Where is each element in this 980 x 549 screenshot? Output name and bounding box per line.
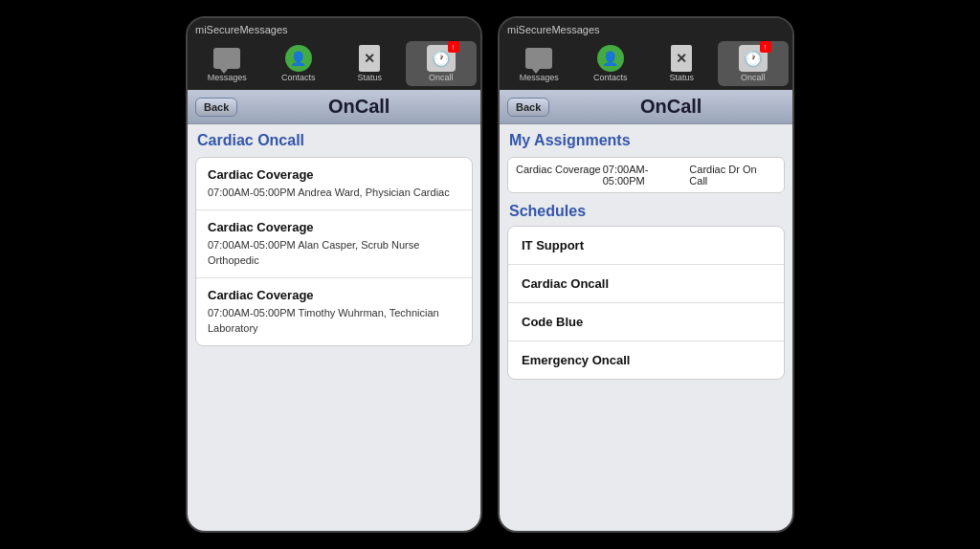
app-bar-1: miSecureMessages Messages 👤 Contacts Sta… (188, 18, 480, 90)
assignments-title: My Assignments (507, 132, 785, 149)
schedule-item-2[interactable]: Code Blue (508, 303, 784, 341)
schedules-title: Schedules (507, 203, 785, 220)
content-area-2: My Assignments Cardiac Coverage 07:00AM-… (500, 124, 792, 531)
oncall-icon-shape-1: 🕐 ! (427, 45, 456, 72)
status-icon-shape-2 (671, 45, 692, 72)
contacts-icon-1: 👤 (283, 45, 314, 72)
oncall-icon-2: 🕐 ! (738, 45, 768, 72)
back-button-2[interactable]: Back (507, 98, 549, 117)
messages-icon-1 (212, 45, 242, 72)
oncall-icon-1: 🕐 ! (426, 45, 457, 72)
app-bar-title-2: miSecureMessages (500, 22, 792, 39)
header-title-2: OnCall (557, 96, 785, 118)
card-item-detail-1: 07:00AM-05:00PM Alan Casper, Scrub Nurse… (208, 238, 460, 268)
card-item-title-0: Cardiac Coverage (208, 167, 460, 182)
status-label-2: Status (669, 73, 694, 82)
status-icon-1 (354, 45, 385, 72)
schedule-item-1[interactable]: Cardiac Oncall (508, 265, 784, 303)
messages-icon-shape-2 (525, 48, 552, 69)
oncall-label-2: Oncall (741, 73, 766, 82)
tab-oncall-2[interactable]: 🕐 ! Oncall (718, 41, 790, 86)
status-label-1: Status (357, 73, 382, 82)
contacts-label-1: Contacts (281, 73, 316, 82)
schedule-item-3[interactable]: Emergency Oncall (508, 341, 784, 379)
oncall-badge-1: ! (448, 41, 459, 53)
oncall-icon-shape-2: 🕐 ! (739, 45, 768, 72)
contacts-icon-2: 👤 (595, 45, 626, 72)
oncall-badge-2: ! (760, 41, 771, 53)
card-list-1: Cardiac Coverage 07:00AM-05:00PM Andrea … (195, 157, 473, 346)
tab-messages-1[interactable]: Messages (191, 41, 263, 86)
messages-label-2: Messages (520, 73, 559, 82)
assignment-col2-0: 07:00AM-05:00PM (603, 164, 690, 187)
phone-2: miSecureMessages Messages 👤 Contacts Sta… (498, 16, 794, 533)
contacts-label-2: Contacts (593, 73, 628, 82)
tab-oncall-1[interactable]: 🕐 ! Oncall (406, 41, 478, 86)
app-bar-2: miSecureMessages Messages 👤 Contacts Sta… (500, 18, 792, 90)
card-item-title-1: Cardiac Coverage (208, 220, 460, 234)
messages-icon-shape-1 (213, 48, 240, 69)
card-item-title-2: Cardiac Coverage (208, 288, 460, 302)
card-item-0[interactable]: Cardiac Coverage 07:00AM-05:00PM Andrea … (196, 158, 472, 210)
schedule-item-0[interactable]: IT Support (508, 227, 784, 265)
status-icon-2 (666, 45, 697, 72)
header-title-1: OnCall (245, 96, 473, 118)
nav-tabs-1: Messages 👤 Contacts Status 🕐 ! (188, 39, 480, 88)
content-area-1: Cardiac Oncall Cardiac Coverage 07:00AM-… (188, 124, 480, 531)
assignment-row-0: Cardiac Coverage 07:00AM-05:00PM Cardiac… (508, 158, 784, 192)
tab-messages-2[interactable]: Messages (503, 41, 575, 86)
tab-contacts-1[interactable]: 👤 Contacts (263, 41, 335, 86)
card-item-detail-0: 07:00AM-05:00PM Andrea Ward, Physician C… (208, 186, 460, 200)
tab-contacts-2[interactable]: 👤 Contacts (575, 41, 647, 86)
app-bar-title-1: miSecureMessages (188, 22, 480, 39)
assignment-col1-0: Cardiac Coverage (516, 164, 603, 187)
header-bar-2: Back OnCall (500, 90, 792, 124)
card-item-2[interactable]: Cardiac Coverage 07:00AM-05:00PM Timothy… (196, 278, 472, 345)
assignments-table: Cardiac Coverage 07:00AM-05:00PM Cardiac… (507, 157, 785, 193)
status-icon-shape-1 (359, 45, 380, 72)
back-button-1[interactable]: Back (195, 98, 237, 117)
contacts-icon-shape-1: 👤 (285, 45, 312, 72)
nav-tabs-2: Messages 👤 Contacts Status 🕐 ! (500, 39, 792, 88)
tab-status-1[interactable]: Status (334, 41, 406, 86)
oncall-label-1: Oncall (429, 73, 454, 82)
phone-1: miSecureMessages Messages 👤 Contacts Sta… (186, 16, 482, 533)
messages-label-1: Messages (208, 73, 247, 82)
contacts-icon-shape-2: 👤 (597, 45, 624, 72)
schedule-list: IT Support Cardiac Oncall Code Blue Emer… (507, 226, 785, 380)
card-item-1[interactable]: Cardiac Coverage 07:00AM-05:00PM Alan Ca… (196, 210, 472, 278)
header-bar-1: Back OnCall (188, 90, 480, 124)
assignment-col3-0: Cardiac Dr On Call (689, 164, 776, 187)
card-item-detail-2: 07:00AM-05:00PM Timothy Wuhrman, Technic… (208, 306, 460, 336)
section-title-1: Cardiac Oncall (195, 132, 473, 149)
tab-status-2[interactable]: Status (646, 41, 718, 86)
messages-icon-2 (523, 45, 554, 72)
